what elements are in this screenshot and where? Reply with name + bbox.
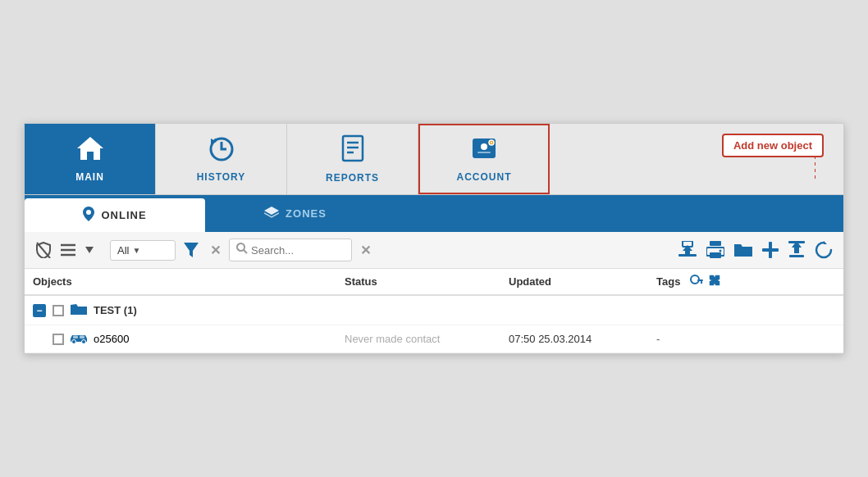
folder-open-icon[interactable] [732,240,755,260]
key-icon[interactable] [690,274,703,289]
tab-reports-label: REPORTS [326,172,379,184]
download-icon[interactable] [676,239,699,261]
print-icon[interactable] [704,239,727,261]
home-icon [75,135,105,168]
svg-rect-37 [697,279,703,281]
toolbar-left [33,240,97,260]
add-new-object-tooltip[interactable]: Add new object [722,134,824,157]
col-tags: Tags [656,274,738,289]
svg-marker-14 [264,207,279,215]
object-name: o25600 [94,333,129,345]
subtab-zones-label: ZONES [286,207,327,220]
toolbar: All ▼ ✕ ✕ [25,232,843,269]
col-status-label: Status [345,275,377,288]
search-icon [236,243,248,257]
tab-main-label: MAIN [75,171,104,183]
object-updated: 07:50 25.03.2014 [509,333,592,345]
dropdown-arrow-icon[interactable] [82,245,97,255]
puzzle-icon[interactable] [708,274,721,289]
svg-rect-9 [477,152,491,153]
tab-account-label: ACCOUNT [457,171,512,183]
subtab-zones[interactable]: ZONES [205,195,386,232]
col-objects-label: Objects [33,275,72,288]
object-updated-col: 07:50 25.03.2014 [509,333,656,345]
app-container: Add new object MAIN HISTORY [24,123,844,354]
reports-icon [341,134,364,169]
object-checkbox[interactable] [53,334,64,345]
account-icon [471,135,497,168]
col-tags-label: Tags [656,275,680,288]
filter-dropdown[interactable]: All ▼ [110,240,176,261]
tab-history[interactable]: HISTORY [156,124,287,194]
svg-rect-32 [789,255,804,257]
object-tags-col: - [656,333,738,345]
svg-point-36 [691,275,699,284]
table-row: o25600 Never made contact 07:50 25.03.20… [25,325,843,353]
pin-icon [83,207,94,224]
table-body: − TEST (1) [25,296,843,353]
svg-marker-0 [77,137,103,160]
refresh-icon[interactable] [812,239,835,261]
collapse-group-button[interactable]: − [33,304,46,317]
tab-main[interactable]: MAIN [25,124,156,194]
group-checkbox[interactable] [53,305,64,316]
svg-point-13 [86,210,91,215]
subtab-online-label: ONLINE [101,209,146,221]
object-name-col: o25600 [33,332,345,346]
svg-point-29 [720,250,722,252]
layers-icon [264,207,279,220]
tooltip-label: Add new object [733,139,812,152]
tab-reports[interactable]: REPORTS [287,124,418,194]
group-name: TEST (1) [94,304,137,316]
sub-nav: ONLINE ZONES [25,195,843,232]
object-tags: - [656,333,660,345]
svg-rect-41 [73,336,78,339]
car-icon [69,332,89,346]
svg-rect-42 [80,336,85,339]
col-updated-label: Updated [509,275,551,288]
search-box [229,238,352,261]
col-updated: Updated [509,274,656,289]
top-nav: MAIN HISTORY [25,124,843,195]
search-input[interactable] [251,244,333,257]
svg-rect-23 [678,254,697,257]
svg-marker-35 [824,241,827,244]
svg-rect-26 [710,241,721,246]
object-status-col: Never made contact [345,333,509,345]
folder-icon [71,302,87,318]
table-header: Objects Status Updated Tags [25,269,843,296]
svg-rect-28 [710,252,721,258]
list-icon[interactable] [57,242,79,258]
col-status: Status [345,274,509,289]
svg-point-39 [72,340,76,344]
svg-rect-38 [701,281,702,284]
history-icon [208,135,235,168]
filter-selected-value: All [117,244,129,257]
upload-icon[interactable] [786,239,807,261]
filter-icon[interactable] [180,241,202,259]
tab-history-label: HISTORY [197,171,246,183]
subtab-online[interactable]: ONLINE [25,198,205,232]
clear-search-button[interactable]: ✕ [357,241,374,260]
add-icon[interactable] [760,240,781,260]
group-row: − TEST (1) [25,296,843,325]
chevron-down-icon: ▼ [132,246,140,255]
object-status: Never made contact [345,333,440,345]
tab-account[interactable]: ACCOUNT [418,124,550,194]
svg-rect-34 [788,241,805,243]
col-objects: Objects [33,274,345,289]
svg-point-21 [237,243,244,251]
svg-rect-31 [762,248,779,252]
svg-marker-20 [184,243,199,257]
toolbar-actions [676,239,835,261]
svg-point-40 [82,340,86,344]
svg-line-22 [244,250,247,253]
svg-marker-19 [85,247,94,253]
shield-icon[interactable] [33,240,54,260]
svg-point-8 [481,143,487,150]
clear-filter-button[interactable]: ✕ [207,241,224,260]
